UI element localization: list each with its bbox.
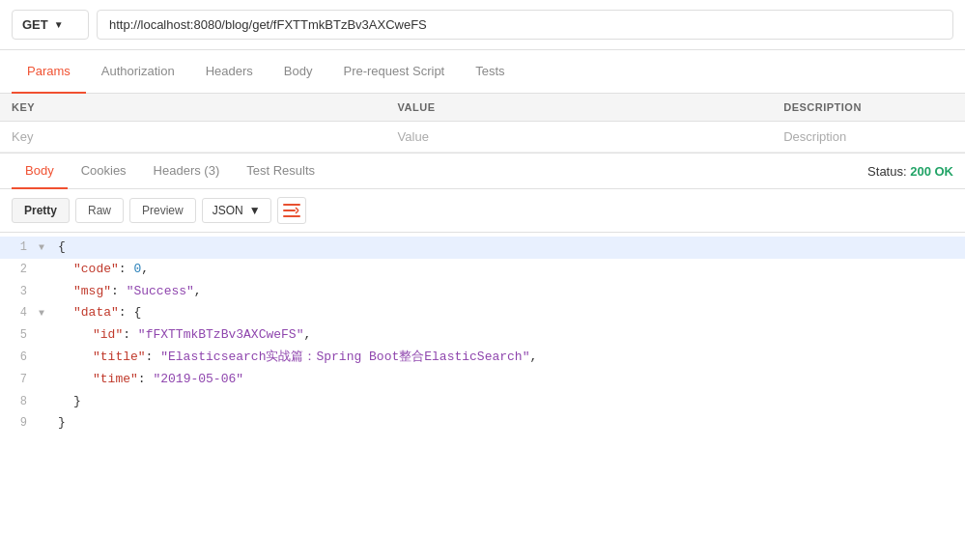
line-toggle-2 — [39, 263, 54, 278]
line-content-7: "time": "2019-05-06" — [54, 370, 965, 390]
col-header-desc: DESCRIPTION — [772, 94, 965, 122]
status-label: Status: — [867, 164, 910, 179]
line-content-9: } — [54, 413, 965, 434]
line-num-7: 7 — [0, 371, 39, 389]
btn-raw[interactable]: Raw — [75, 198, 124, 223]
line-content-5: "id": "fFXTTmkBTzBv3AXCweFS", — [54, 325, 965, 346]
line-num-3: 3 — [0, 283, 39, 301]
resp-tab-headers[interactable]: Headers (3) — [140, 154, 234, 189]
line-content-1: { — [54, 238, 965, 258]
line-toggle-5 — [39, 328, 54, 344]
line-toggle-6 — [39, 350, 54, 366]
btn-pretty[interactable]: Pretty — [12, 198, 70, 223]
json-line-8: 8 } — [0, 391, 965, 413]
line-content-2: "code": 0, — [54, 260, 965, 280]
response-section: Body Cookies Headers (3) Test Results St… — [0, 153, 965, 438]
content-type-chevron-icon: ▼ — [249, 204, 261, 217]
line-num-4: 4 — [0, 304, 39, 322]
method-label: GET — [22, 17, 48, 32]
url-bar: GET ▼ — [0, 0, 965, 50]
line-toggle-8 — [39, 395, 54, 410]
tab-body[interactable]: Body — [269, 50, 328, 94]
tab-params[interactable]: Params — [12, 50, 86, 94]
line-num-5: 5 — [0, 326, 39, 345]
tab-tests[interactable]: Tests — [460, 50, 520, 94]
svg-rect-2 — [283, 215, 300, 217]
line-toggle-4[interactable]: ▼ — [39, 306, 54, 322]
wrap-icon — [283, 203, 300, 218]
json-line-5: 5 "id": "fFXTTmkBTzBv3AXCweFS", — [0, 324, 965, 347]
params-placeholder-row: Key Value Description — [0, 122, 965, 153]
response-toolbar: Pretty Raw Preview JSON ▼ — [0, 189, 965, 233]
status-badge: Status: 200 OK — [867, 164, 953, 179]
svg-rect-0 — [283, 204, 300, 206]
svg-rect-1 — [283, 210, 296, 211]
col-header-key: KEY — [0, 94, 386, 122]
resp-tab-body[interactable]: Body — [12, 154, 68, 189]
request-tabs: Params Authorization Headers Body Pre-re… — [0, 50, 965, 94]
json-line-4: 4 ▼ "data": { — [0, 302, 965, 324]
content-type-selector[interactable]: JSON ▼ — [202, 198, 271, 223]
line-num-6: 6 — [0, 349, 39, 367]
key-placeholder[interactable]: Key — [0, 122, 386, 153]
json-line-1: 1 ▼ { — [0, 237, 965, 259]
wrap-button[interactable] — [277, 197, 306, 224]
json-line-7: 7 "time": "2019-05-06" — [0, 369, 965, 391]
desc-placeholder[interactable]: Description — [772, 122, 965, 153]
method-chevron-icon: ▼ — [54, 19, 64, 30]
line-toggle-7 — [39, 373, 54, 388]
tab-authorization[interactable]: Authorization — [86, 50, 190, 94]
status-value: 200 OK — [910, 164, 953, 179]
line-toggle-9 — [39, 416, 54, 432]
line-content-8: } — [54, 392, 965, 412]
json-viewer: 1 ▼ { 2 "code": 0, 3 "msg": "Success", 4… — [0, 233, 965, 438]
tab-prerequest[interactable]: Pre-request Script — [327, 50, 460, 94]
line-toggle-3 — [39, 285, 54, 300]
col-header-value: VALUE — [386, 94, 773, 122]
line-num-8: 8 — [0, 393, 39, 411]
line-content-4: "data": { — [54, 303, 965, 323]
value-placeholder[interactable]: Value — [386, 122, 773, 153]
json-line-3: 3 "msg": "Success", — [0, 281, 965, 303]
line-content-6: "title": "Elasticsearch实战篇：Spring Boot整合… — [54, 348, 965, 368]
url-input[interactable] — [97, 10, 953, 40]
method-selector[interactable]: GET ▼ — [12, 10, 89, 40]
line-num-2: 2 — [0, 261, 39, 279]
tab-headers[interactable]: Headers — [190, 50, 269, 94]
resp-tab-cookies[interactable]: Cookies — [68, 154, 140, 189]
json-line-9: 9 } — [0, 412, 965, 434]
json-line-2: 2 "code": 0, — [0, 259, 965, 281]
content-type-label: JSON — [213, 204, 243, 217]
params-table: KEY VALUE DESCRIPTION Key Value Descript… — [0, 94, 965, 153]
line-num-1: 1 — [0, 238, 39, 257]
params-section: KEY VALUE DESCRIPTION Key Value Descript… — [0, 94, 965, 153]
resp-tab-test-results[interactable]: Test Results — [233, 154, 328, 189]
line-toggle-1[interactable]: ▼ — [39, 240, 54, 256]
btn-preview[interactable]: Preview — [129, 198, 196, 223]
line-num-9: 9 — [0, 414, 39, 433]
line-content-3: "msg": "Success", — [54, 282, 965, 302]
response-tabs-bar: Body Cookies Headers (3) Test Results St… — [0, 154, 965, 189]
json-line-6: 6 "title": "Elasticsearch实战篇：Spring Boot… — [0, 347, 965, 369]
